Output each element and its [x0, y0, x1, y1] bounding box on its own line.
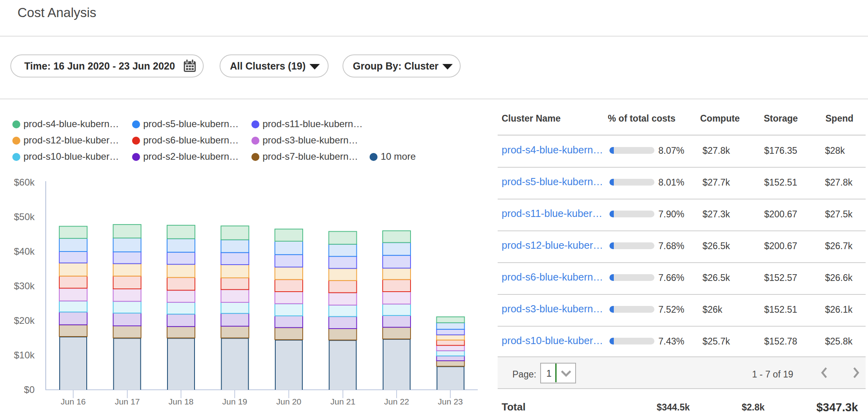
svg-text:$50k: $50k [14, 211, 35, 222]
svg-text:Jun 21: Jun 21 [330, 397, 355, 406]
svg-text:Jun 22: Jun 22 [384, 397, 409, 406]
svg-text:Jun 20: Jun 20 [276, 397, 301, 406]
svg-text:$60k: $60k [14, 177, 35, 188]
svg-text:Jun 18: Jun 18 [168, 397, 193, 406]
svg-text:$30k: $30k [14, 281, 35, 291]
svg-text:Jun 16: Jun 16 [60, 397, 86, 406]
svg-text:$40k: $40k [14, 246, 35, 257]
svg-text:$0: $0 [24, 384, 35, 395]
svg-text:Jun 17: Jun 17 [115, 397, 140, 406]
svg-text:Jun 19: Jun 19 [222, 397, 247, 406]
svg-text:$10k: $10k [14, 350, 35, 360]
svg-text:$20k: $20k [14, 315, 35, 326]
svg-text:Jun 23: Jun 23 [438, 397, 463, 406]
